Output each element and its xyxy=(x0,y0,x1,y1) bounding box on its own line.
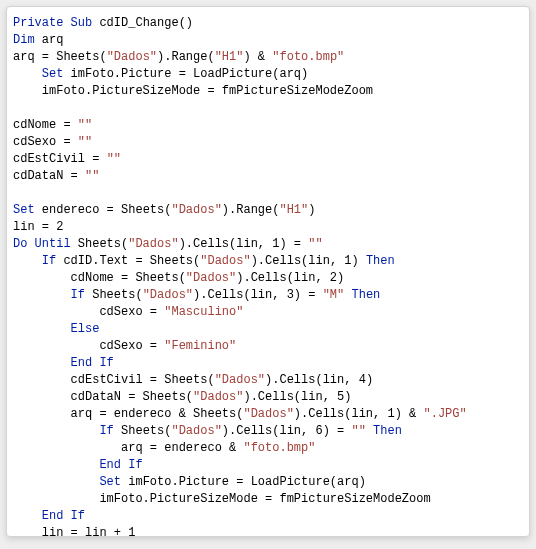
code-line: If Sheets("Dados").Cells(lin, 6) = "" Th… xyxy=(13,423,523,440)
code-line: cdEstCivil = Sheets("Dados").Cells(lin, … xyxy=(13,372,523,389)
code-line xyxy=(13,100,523,117)
code-line: arq = Sheets("Dados").Range("H1") & "fot… xyxy=(13,49,523,66)
code-line: End If xyxy=(13,355,523,372)
code-line: Dim arq xyxy=(13,32,523,49)
code-line: cdSexo = "" xyxy=(13,134,523,151)
code-line: cdNome = Sheets("Dados").Cells(lin, 2) xyxy=(13,270,523,287)
code-line: lin = lin + 1 xyxy=(13,525,523,537)
code-line: Set imFoto.Picture = LoadPicture(arq) xyxy=(13,474,523,491)
code-line: cdDataN = Sheets("Dados").Cells(lin, 5) xyxy=(13,389,523,406)
code-line: cdSexo = "Feminino" xyxy=(13,338,523,355)
code-line: End If xyxy=(13,508,523,525)
code-line: lin = 2 xyxy=(13,219,523,236)
code-line: Else xyxy=(13,321,523,338)
code-line: cdSexo = "Masculino" xyxy=(13,304,523,321)
code-line: Private Sub cdID_Change() xyxy=(13,15,523,32)
code-line: If cdID.Text = Sheets("Dados").Cells(lin… xyxy=(13,253,523,270)
code-line: cdEstCivil = "" xyxy=(13,151,523,168)
code-line xyxy=(13,185,523,202)
code-line: imFoto.PictureSizeMode = fmPictureSizeMo… xyxy=(13,491,523,508)
code-block: Private Sub cdID_Change()Dim arqarq = Sh… xyxy=(6,6,530,537)
code-line: arq = endereco & Sheets("Dados").Cells(l… xyxy=(13,406,523,423)
code-line: Set imFoto.Picture = LoadPicture(arq) xyxy=(13,66,523,83)
code-line: cdDataN = "" xyxy=(13,168,523,185)
code-line: imFoto.PictureSizeMode = fmPictureSizeMo… xyxy=(13,83,523,100)
code-line: Set endereco = Sheets("Dados").Range("H1… xyxy=(13,202,523,219)
code-line: End If xyxy=(13,457,523,474)
code-line: cdNome = "" xyxy=(13,117,523,134)
code-line: If Sheets("Dados").Cells(lin, 3) = "M" T… xyxy=(13,287,523,304)
code-line: arq = endereco & "foto.bmp" xyxy=(13,440,523,457)
code-line: Do Until Sheets("Dados").Cells(lin, 1) =… xyxy=(13,236,523,253)
